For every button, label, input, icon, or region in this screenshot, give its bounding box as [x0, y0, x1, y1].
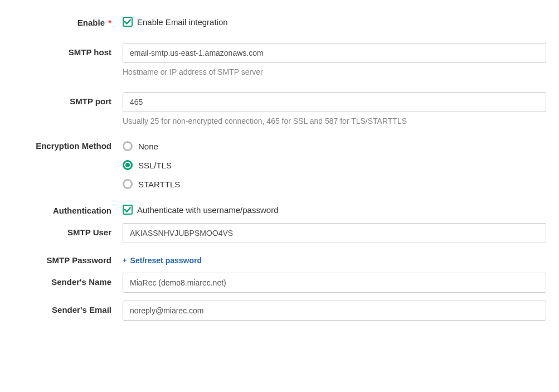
field-smtp-port: Usually 25 for non-encrypted connection,… [123, 92, 546, 125]
field-smtp-password: + Set/reset password [123, 251, 546, 265]
label-smtp-user: SMTP User [11, 223, 123, 237]
field-authentication: Authenticate with username/password [123, 205, 546, 215]
form-row-sender-email: Sender's Email [11, 301, 548, 321]
enable-checkbox-label: Enable Email integration [137, 17, 228, 27]
form-row-enable: Enable * Enable Email integration [11, 17, 548, 27]
form-row-smtp-port: SMTP port Usually 25 for non-encrypted c… [11, 92, 548, 125]
encryption-radio-group: None SSL/TLS STARTTLS [123, 141, 546, 189]
encryption-starttls-label: STARTTLS [138, 180, 180, 189]
form-row-encryption: Encryption Method None SSL/TLS STARTTLS [11, 141, 548, 189]
label-smtp-host: SMTP host [11, 43, 123, 57]
label-text: Enable [77, 18, 105, 27]
form-row-sender-name: Sender's Name [11, 273, 548, 293]
form-row-smtp-host: SMTP host Hostname or IP address of SMTP… [11, 43, 548, 76]
encryption-option-none[interactable]: None [123, 141, 546, 151]
form-row-smtp-password: SMTP Password + Set/reset password [11, 251, 548, 265]
field-encryption: None SSL/TLS STARTTLS [123, 141, 546, 189]
field-sender-name [123, 273, 546, 293]
set-reset-password-label: Set/reset password [130, 256, 202, 265]
encryption-option-ssl[interactable]: SSL/TLS [123, 160, 546, 170]
label-smtp-port: SMTP port [11, 92, 123, 106]
sender-name-input[interactable] [123, 273, 546, 293]
smtp-host-input[interactable] [123, 43, 546, 63]
checkbox-checked-icon [123, 17, 133, 27]
label-smtp-password: SMTP Password [11, 251, 123, 265]
form-row-authentication: Authentication Authenticate with usernam… [11, 205, 548, 215]
radio-dot-icon [125, 163, 130, 167]
label-sender-name: Sender's Name [11, 273, 123, 287]
checkbox-checked-icon [123, 205, 133, 215]
smtp-host-help: Hostname or IP address of SMTP server [123, 67, 546, 76]
encryption-option-starttls[interactable]: STARTTLS [123, 179, 546, 189]
label-enable: Enable * [11, 17, 123, 27]
set-reset-password-link[interactable]: + Set/reset password [123, 256, 202, 265]
radio-unchecked-icon [123, 141, 133, 151]
authentication-checkbox[interactable]: Authenticate with username/password [123, 205, 546, 215]
smtp-port-help: Usually 25 for non-encrypted connection,… [123, 117, 546, 125]
smtp-user-input[interactable] [123, 223, 546, 243]
plus-icon: + [123, 256, 127, 264]
field-enable: Enable Email integration [123, 17, 546, 27]
field-smtp-host: Hostname or IP address of SMTP server [123, 43, 546, 76]
label-authentication: Authentication [11, 205, 123, 215]
sender-email-input[interactable] [123, 301, 546, 321]
required-marker: * [108, 18, 111, 27]
authentication-checkbox-label: Authenticate with username/password [137, 205, 278, 215]
radio-checked-icon [123, 160, 133, 170]
label-sender-email: Sender's Email [11, 301, 123, 314]
label-encryption: Encryption Method [11, 141, 123, 151]
field-sender-email [123, 301, 546, 321]
smtp-port-input[interactable] [123, 92, 546, 112]
form-row-smtp-user: SMTP User [11, 223, 548, 243]
encryption-ssl-label: SSL/TLS [138, 161, 172, 170]
encryption-none-label: None [138, 142, 158, 151]
radio-unchecked-icon [123, 179, 133, 189]
enable-checkbox[interactable]: Enable Email integration [123, 17, 546, 27]
field-smtp-user [123, 223, 546, 243]
